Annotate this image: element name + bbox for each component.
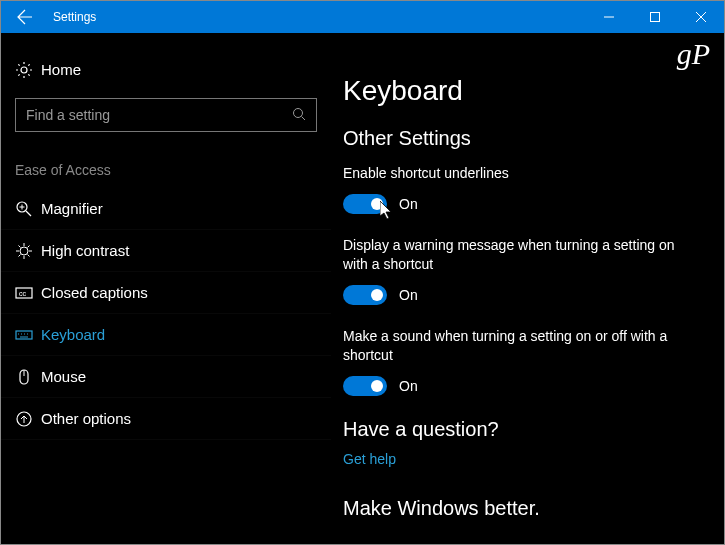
- sidebar: Home Find a setting Ease of Access Magni…: [1, 33, 331, 544]
- setting-label: Make a sound when turning a setting on o…: [343, 327, 696, 366]
- page-title: Keyboard: [343, 75, 696, 107]
- other-options-icon: [15, 410, 33, 428]
- mouse-icon: [15, 368, 33, 386]
- main-panel: Keyboard Other Settings Enable shortcut …: [331, 33, 724, 544]
- closed-captions-icon: cc: [15, 284, 33, 302]
- toggle-shortcut-underlines[interactable]: [343, 194, 387, 214]
- section-title: Other Settings: [343, 127, 696, 150]
- magnifier-icon: [15, 200, 33, 218]
- sidebar-item-closedcaptions[interactable]: cc Closed captions: [1, 272, 331, 314]
- svg-line-8: [26, 211, 31, 216]
- sidebar-item-label: Other options: [41, 410, 131, 427]
- toggle-state: On: [399, 378, 418, 394]
- keyboard-icon: [15, 326, 33, 344]
- home-label: Home: [41, 61, 81, 78]
- sidebar-item-label: High contrast: [41, 242, 129, 259]
- toggle-sound[interactable]: [343, 376, 387, 396]
- get-help-link[interactable]: Get help: [343, 451, 696, 467]
- gear-icon: [15, 61, 33, 79]
- sidebar-item-magnifier[interactable]: Magnifier: [1, 188, 331, 230]
- toggle-warning-message[interactable]: [343, 285, 387, 305]
- svg-rect-1: [651, 13, 660, 22]
- search-input[interactable]: Find a setting: [15, 98, 317, 132]
- high-contrast-icon: [15, 242, 33, 260]
- sidebar-item-label: Mouse: [41, 368, 86, 385]
- setting-label: Display a warning message when turning a…: [343, 236, 696, 275]
- close-icon: [696, 12, 706, 22]
- search-icon: [292, 107, 306, 124]
- sidebar-item-keyboard[interactable]: Keyboard: [1, 314, 331, 356]
- sidebar-item-label: Keyboard: [41, 326, 105, 343]
- toggle-state: On: [399, 196, 418, 212]
- toggle-knob: [371, 289, 383, 301]
- maximize-button[interactable]: [632, 1, 678, 33]
- sidebar-item-highcontrast[interactable]: High contrast: [1, 230, 331, 272]
- svg-text:cc: cc: [19, 290, 27, 297]
- watermark: gP: [677, 37, 710, 71]
- setting-label: Enable shortcut underlines: [343, 164, 696, 184]
- svg-point-4: [21, 67, 27, 73]
- sidebar-item-mouse[interactable]: Mouse: [1, 356, 331, 398]
- sidebar-item-other[interactable]: Other options: [1, 398, 331, 440]
- sidebar-item-label: Closed captions: [41, 284, 148, 301]
- toggle-knob: [371, 380, 383, 392]
- minimize-button[interactable]: [586, 1, 632, 33]
- minimize-icon: [604, 12, 614, 22]
- help-title: Have a question?: [343, 418, 696, 441]
- svg-point-5: [294, 108, 303, 117]
- svg-point-11: [20, 247, 28, 255]
- feedback-title: Make Windows better.: [343, 497, 696, 520]
- svg-line-6: [302, 116, 306, 120]
- toggle-state: On: [399, 287, 418, 303]
- window-title: Settings: [49, 10, 586, 24]
- sidebar-item-label: Magnifier: [41, 200, 103, 217]
- back-arrow-icon: [17, 9, 33, 25]
- maximize-icon: [650, 12, 660, 22]
- title-bar: Settings: [1, 1, 724, 33]
- back-button[interactable]: [1, 1, 49, 33]
- close-button[interactable]: [678, 1, 724, 33]
- search-placeholder: Find a setting: [26, 107, 110, 123]
- home-link[interactable]: Home: [1, 51, 331, 88]
- svg-rect-14: [16, 331, 32, 339]
- toggle-knob: [371, 198, 383, 210]
- section-label: Ease of Access: [1, 154, 331, 188]
